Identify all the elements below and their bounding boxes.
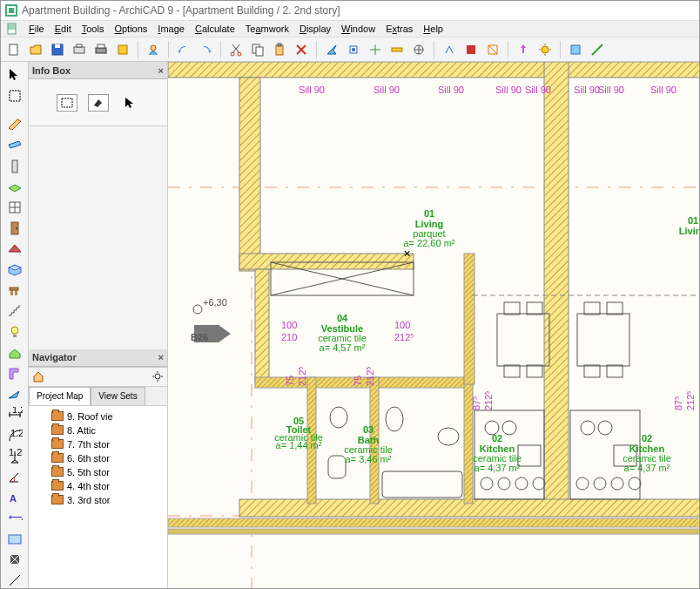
radial-dim-tool[interactable]: 1.2	[4, 426, 25, 445]
navigator-header[interactable]: Navigator ×	[29, 349, 167, 367]
svg-rect-25	[10, 91, 20, 101]
menu-calculate[interactable]: Calculate	[190, 22, 240, 36]
svg-rect-69	[584, 302, 600, 315]
drawing-canvas[interactable]: Sill 90 Sill 90 Sill 90 Sill 90 Sill 90 …	[168, 62, 699, 589]
svg-text:A: A	[10, 493, 17, 504]
tool-l[interactable]	[588, 40, 607, 59]
info-fill-icon[interactable]	[88, 94, 109, 112]
open-button[interactable]	[26, 40, 45, 59]
skylight-tool[interactable]	[4, 343, 25, 362]
redo-button[interactable]	[196, 40, 215, 59]
folder-icon	[51, 495, 64, 504]
menu-window[interactable]: Window	[336, 22, 380, 36]
menu-help[interactable]: Help	[418, 22, 448, 36]
solo-button[interactable]	[144, 40, 163, 59]
svg-text:a= 1,44 m²: a= 1,44 m²	[276, 440, 322, 450]
main-toolbar	[1, 37, 699, 62]
svg-text:Living: Living	[679, 226, 699, 236]
svg-rect-63	[497, 314, 549, 366]
tool-i[interactable]	[514, 40, 533, 59]
tree-story-item[interactable]: 6. 6th stor	[30, 451, 165, 465]
menu-extras[interactable]: Extras	[380, 22, 418, 36]
tree-story-item[interactable]: 9. Roof vie	[30, 410, 165, 423]
undo-button[interactable]	[174, 40, 193, 59]
fill-tool[interactable]	[4, 551, 25, 570]
plotmaker-button[interactable]	[113, 40, 132, 59]
tool-b[interactable]	[344, 40, 363, 59]
dimension-tool[interactable]: 1.2	[4, 405, 25, 424]
object-tool[interactable]	[4, 281, 25, 301]
lamp-tool[interactable]	[4, 322, 25, 342]
column-tool[interactable]	[4, 157, 25, 176]
arrow-tool[interactable]	[4, 65, 25, 85]
tree-story-item[interactable]: 4. 4th stor	[30, 479, 165, 493]
svg-point-97	[193, 305, 202, 314]
infobox-close-icon[interactable]: ×	[158, 65, 164, 76]
save-button[interactable]	[48, 40, 67, 59]
menu-teamwork[interactable]: Teamwork	[240, 22, 294, 36]
angle-dim-tool[interactable]	[4, 467, 25, 486]
tree-story-item[interactable]: 7. 7th stor	[30, 437, 165, 451]
label-tool[interactable]: ⟵A1	[4, 509, 25, 528]
marquee-tool[interactable]	[4, 86, 25, 105]
stair-tool[interactable]	[4, 301, 25, 321]
nav-settings-icon[interactable]	[151, 370, 164, 383]
tree-story-item[interactable]: 5. 5th stor	[30, 465, 165, 479]
menu-tools[interactable]: Tools	[77, 22, 110, 36]
window-tool[interactable]	[4, 199, 25, 218]
roof-tool[interactable]	[4, 240, 25, 259]
door-tool[interactable]	[4, 219, 25, 238]
svg-text:1.2: 1.2	[12, 407, 23, 415]
navigator-tree[interactable]: 9. Roof vie8. Attic7. 7th stor6. 6th sto…	[29, 406, 167, 590]
copy-button[interactable]	[248, 40, 267, 59]
tool-k[interactable]	[566, 40, 585, 59]
plot-button[interactable]	[70, 40, 89, 59]
svg-point-82	[581, 421, 595, 435]
beam-tool[interactable]	[4, 136, 25, 155]
cut-button[interactable]	[226, 40, 246, 59]
print-button[interactable]	[91, 40, 111, 59]
tool-g[interactable]	[461, 40, 481, 59]
svg-rect-22	[467, 45, 475, 54]
navigator-close-icon[interactable]: ×	[158, 352, 164, 362]
svg-text:Sill 90: Sill 90	[495, 85, 522, 95]
infobox-header[interactable]: Info Box ×	[29, 62, 167, 79]
tool-e[interactable]	[409, 40, 428, 59]
zone-tool[interactable]	[4, 530, 25, 549]
paste-button[interactable]	[270, 40, 289, 59]
corner-tool[interactable]	[4, 364, 25, 383]
doc-icon	[6, 23, 18, 35]
menu-options[interactable]: Options	[109, 22, 152, 36]
tab-view-sets[interactable]: View Sets	[91, 387, 145, 405]
text-tool[interactable]: A	[4, 488, 25, 507]
svg-rect-56	[168, 529, 699, 534]
delete-button[interactable]	[292, 40, 311, 59]
new-button[interactable]	[4, 40, 24, 59]
tool-a[interactable]	[322, 40, 341, 59]
tool-j[interactable]	[535, 40, 555, 59]
tree-story-item[interactable]: 3. 3rd stor	[30, 493, 165, 507]
mesh-tool[interactable]	[4, 261, 25, 280]
wall-tool[interactable]	[4, 115, 25, 134]
info-cursor-icon[interactable]	[119, 94, 140, 112]
tool-f[interactable]	[440, 40, 459, 59]
level-dim-tool[interactable]: 1.2	[4, 447, 25, 466]
svg-point-78	[498, 477, 510, 490]
svg-text:+6,30: +6,30	[203, 297, 227, 308]
info-marquee-icon[interactable]	[57, 94, 77, 112]
nav-home-icon[interactable]	[32, 370, 44, 383]
menu-edit[interactable]: Edit	[50, 22, 77, 36]
menu-image[interactable]: Image	[152, 22, 190, 36]
menu-file[interactable]: File	[24, 22, 50, 36]
tool-h[interactable]	[483, 40, 502, 59]
line-tool[interactable]	[4, 571, 25, 589]
slab-tool[interactable]	[4, 178, 25, 197]
tool-c[interactable]	[366, 40, 385, 59]
menu-display[interactable]: Display	[294, 22, 336, 36]
section-tool[interactable]	[4, 384, 25, 403]
svg-text:a= 4,37 m²: a= 4,37 m²	[475, 463, 521, 473]
tree-story-item[interactable]: 8. Attic	[30, 423, 165, 437]
tool-d[interactable]	[387, 40, 407, 59]
tab-project-map[interactable]: Project Map	[29, 387, 91, 405]
room-bath: 03 Bath ceramic tile a= 3,46 m²	[344, 424, 393, 464]
